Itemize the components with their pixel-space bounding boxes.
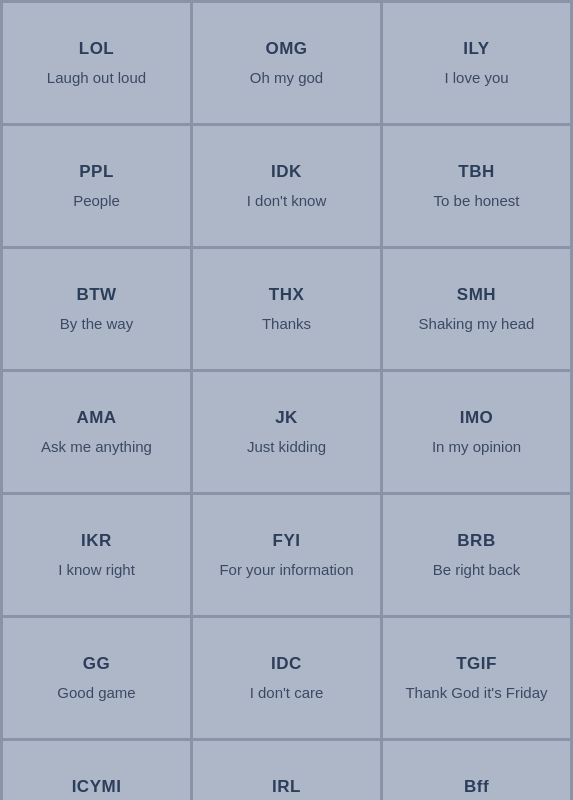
abbreviation-text: Bff: [464, 777, 489, 797]
abbreviation-cell: IRLIn real life: [193, 741, 380, 800]
meaning-text: By the way: [60, 313, 133, 334]
abbreviation-text: IRL: [272, 777, 301, 797]
abbreviation-text: FYI: [273, 531, 301, 551]
abbreviation-cell: OMGOh my god: [193, 3, 380, 123]
meaning-text: Oh my god: [250, 67, 323, 88]
meaning-text: I know right: [58, 559, 135, 580]
abbreviation-text: GG: [83, 654, 110, 674]
abbreviation-text: BRB: [457, 531, 495, 551]
abbreviation-cell: BRBBe right back: [383, 495, 570, 615]
meaning-text: Thank God it's Friday: [405, 682, 547, 703]
abbreviation-text: AMA: [76, 408, 116, 428]
abbreviation-text: SMH: [457, 285, 496, 305]
abbreviation-text: ICYMI: [72, 777, 122, 797]
abbreviation-cell: BTWBy the way: [3, 249, 190, 369]
meaning-text: Laugh out loud: [47, 67, 146, 88]
meaning-text: For your information: [219, 559, 353, 580]
abbreviation-cell: BffBest friends forever: [383, 741, 570, 800]
meaning-text: Good game: [57, 682, 135, 703]
abbreviation-text: PPL: [79, 162, 114, 182]
abbreviation-cell: JKJust kidding: [193, 372, 380, 492]
abbreviation-text: BTW: [76, 285, 116, 305]
abbreviation-cell: PPLPeople: [3, 126, 190, 246]
abbreviation-text: TBH: [458, 162, 494, 182]
meaning-text: Be right back: [433, 559, 521, 580]
abbreviation-cell: IDKI don't know: [193, 126, 380, 246]
meaning-text: To be honest: [434, 190, 520, 211]
meaning-text: People: [73, 190, 120, 211]
abbreviation-text: IDK: [271, 162, 302, 182]
abbreviation-text: OMG: [265, 39, 307, 59]
abbreviation-cell: TGIFThank God it's Friday: [383, 618, 570, 738]
meaning-text: I don't know: [247, 190, 327, 211]
abbreviation-text: LOL: [79, 39, 115, 59]
abbreviation-cell: THXThanks: [193, 249, 380, 369]
abbreviation-cell: ILYI love you: [383, 3, 570, 123]
abbreviation-cell: GGGood game: [3, 618, 190, 738]
abbreviation-text: IMO: [460, 408, 494, 428]
abbreviation-text: ILY: [463, 39, 489, 59]
meaning-text: Shaking my head: [419, 313, 535, 334]
abbreviation-cell: AMAAsk me anything: [3, 372, 190, 492]
abbreviation-cell: IKRI know right: [3, 495, 190, 615]
abbreviation-cell: FYIFor your information: [193, 495, 380, 615]
abbreviation-text: IDC: [271, 654, 302, 674]
meaning-text: Ask me anything: [41, 436, 152, 457]
abbreviation-text: JK: [275, 408, 298, 428]
abbreviations-grid: LOLLaugh out loudOMGOh my godILYI love y…: [0, 0, 573, 800]
abbreviation-cell: TBHTo be honest: [383, 126, 570, 246]
abbreviation-cell: SMHShaking my head: [383, 249, 570, 369]
abbreviation-cell: IMOIn my opinion: [383, 372, 570, 492]
abbreviation-cell: LOLLaugh out loud: [3, 3, 190, 123]
abbreviation-text: TGIF: [456, 654, 497, 674]
meaning-text: I don't care: [250, 682, 324, 703]
meaning-text: In my opinion: [432, 436, 521, 457]
abbreviation-cell: ICYMIIn case you missed it: [3, 741, 190, 800]
abbreviation-text: IKR: [81, 531, 112, 551]
abbreviation-cell: IDCI don't care: [193, 618, 380, 738]
meaning-text: I love you: [444, 67, 508, 88]
meaning-text: Thanks: [262, 313, 311, 334]
abbreviation-text: THX: [269, 285, 305, 305]
meaning-text: Just kidding: [247, 436, 326, 457]
